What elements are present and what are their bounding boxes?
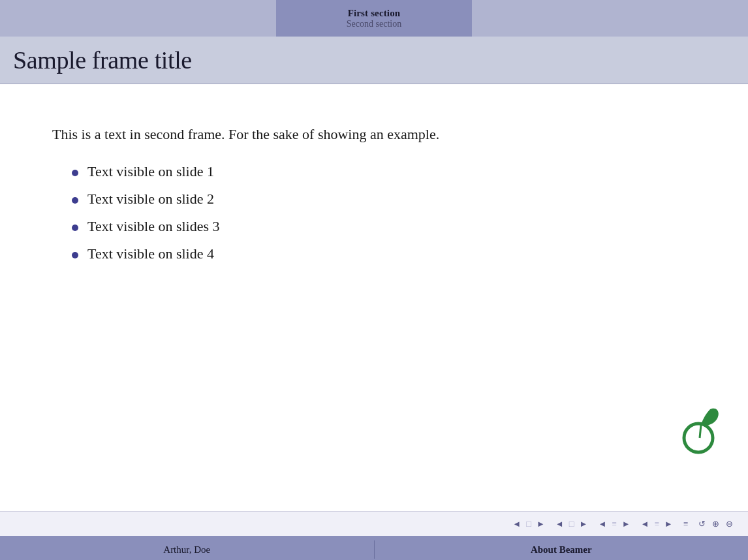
- bullet-text-1: Text visible on slide 1: [87, 163, 214, 180]
- footer-title: About Beamer: [531, 544, 592, 555]
- svg-line-1: [700, 425, 701, 438]
- list-item: Text visible on slide 2: [72, 191, 696, 208]
- overture-logo-icon: [676, 404, 722, 456]
- nav-section-2: Second section: [347, 19, 401, 29]
- footer-author: Arthur, Doe: [163, 544, 210, 555]
- header-left-spacer: [0, 0, 276, 37]
- bullet-dot-icon: [72, 252, 78, 258]
- nav-section-left[interactable]: ◄: [596, 518, 608, 531]
- frame-title-bar: Sample frame title: [0, 37, 748, 84]
- main-content: This is a text in second frame. For the …: [0, 84, 748, 511]
- footer-right: About Beamer: [375, 544, 749, 555]
- header-right-spacer: [472, 0, 748, 37]
- svg-point-0: [684, 424, 713, 452]
- list-item: Text visible on slide 1: [72, 163, 696, 180]
- bullet-text-2: Text visible on slide 2: [87, 191, 214, 208]
- nav-loop-icon[interactable]: ↺: [696, 518, 708, 531]
- nav-sep-3: □: [569, 519, 575, 529]
- bullet-dot-icon: [72, 197, 78, 204]
- bullet-dot-icon: [72, 225, 78, 231]
- nav-zoom-out-icon[interactable]: ⊖: [724, 518, 735, 531]
- header-bar: First section Second section: [0, 0, 748, 37]
- list-item: Text visible on slides 3: [72, 218, 696, 235]
- nav-right-arrow[interactable]: ►: [535, 518, 547, 531]
- footer-bar: Arthur, Doe About Beamer: [0, 536, 748, 560]
- nav-list-icon[interactable]: ≡: [681, 518, 690, 531]
- header-nav: First section Second section: [276, 0, 472, 37]
- nav-frame-left[interactable]: ◄: [553, 518, 566, 531]
- bullet-text-3: Text visible on slides 3: [87, 218, 220, 235]
- bullet-list: Text visible on slide 1 Text visible on …: [52, 163, 696, 262]
- frame-title: Sample frame title: [13, 46, 192, 74]
- nav-sep-7: ≡: [653, 519, 659, 529]
- nav-frame-right[interactable]: ►: [578, 518, 590, 531]
- logo-area: [676, 404, 722, 459]
- nav-subsection-left[interactable]: ◄: [639, 518, 651, 531]
- nav-section-right[interactable]: ►: [620, 518, 632, 531]
- nav-sep-5: ≡: [611, 519, 617, 529]
- nav-zoom-in-icon[interactable]: ⊕: [710, 518, 721, 531]
- nav-left-arrow[interactable]: ◄: [510, 518, 523, 531]
- nav-controls-bar: ◄ □ ► ◄ □ ► ◄ ≡ ► ◄ ≡ ► ≡ ↺ ⊕ ⊖: [0, 511, 748, 536]
- list-item: Text visible on slide 4: [72, 245, 696, 262]
- footer-left: Arthur, Doe: [0, 544, 374, 555]
- nav-subsection-right[interactable]: ►: [662, 518, 675, 531]
- intro-text: This is a text in second frame. For the …: [52, 123, 696, 145]
- nav-sep-1: □: [525, 519, 532, 529]
- bullet-text-4: Text visible on slide 4: [87, 245, 214, 262]
- bullet-dot-icon: [72, 170, 78, 176]
- nav-section-1: First section: [348, 8, 401, 19]
